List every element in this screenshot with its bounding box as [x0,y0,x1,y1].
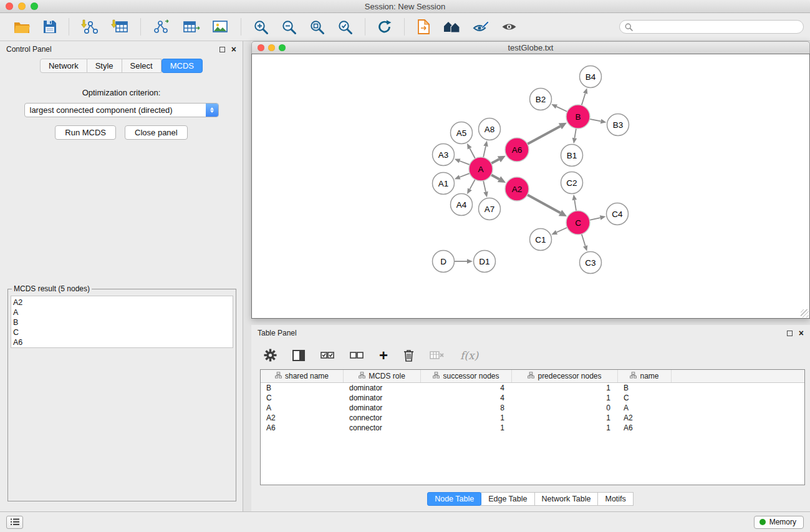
optimization-criterion-select[interactable]: largest connected component (directed) [24,103,219,117]
graph-node-C3[interactable]: C3 [580,252,602,274]
graph-edge-A-A8[interactable] [483,146,486,157]
delete-table-button[interactable] [428,349,446,361]
float-panel-icon[interactable] [787,331,793,336]
network-canvas[interactable]: B4B2BB3A5A8A6A3B1AA1C2A2A4A7C4CC1C3DD1 [251,54,810,319]
graph-node-C2[interactable]: C2 [561,172,583,194]
graph-edge-A-A2[interactable] [491,175,499,179]
close-window-button[interactable] [6,2,13,10]
graph-edge-A2-C[interactable] [528,195,561,213]
graph-edge-A-A7[interactable] [483,181,486,192]
table-row-B[interactable]: Bdominator41B [261,383,804,393]
column-header-successor-nodes[interactable]: successor nodes [421,370,512,382]
graph-edge-C-C2[interactable] [574,200,576,211]
column-header-name[interactable]: name [618,370,672,382]
graph-node-B3[interactable]: B3 [607,114,629,136]
zoom-selected-button[interactable] [335,17,355,37]
table-row-A6[interactable]: A6connector11A6 [261,423,804,433]
table-row-C[interactable]: Cdominator41C [261,393,804,403]
graph-edge-A-A3[interactable] [460,161,470,165]
import-table-button[interactable] [109,17,130,36]
mcds-result-item[interactable]: A6 [13,337,233,347]
search-input[interactable] [636,22,798,31]
column-header-predecessor-nodes[interactable]: predecessor nodes [512,370,618,382]
table-tab-node-table[interactable]: Node Table [427,492,481,506]
column-header-shared-name[interactable]: shared name [261,370,344,382]
graph-node-D1[interactable]: D1 [474,251,496,273]
graph-edge-A-A4[interactable] [470,180,475,190]
float-panel-icon[interactable] [219,47,225,52]
table-tab-edge-table[interactable]: Edge Table [481,492,534,506]
table-settings-button[interactable] [263,347,278,363]
export-network-button[interactable] [151,17,172,36]
delete-row-button[interactable] [402,348,415,363]
zoom-in-button[interactable] [251,17,271,37]
graph-node-A1[interactable]: A1 [433,173,455,195]
export-table-button[interactable] [181,17,202,36]
table-tab-network-table[interactable]: Network Table [534,492,599,506]
graph-node-B1[interactable]: B1 [561,145,583,167]
add-row-button[interactable]: + [378,348,389,363]
network-maximize-button[interactable] [279,44,286,51]
graph-node-A5[interactable]: A5 [451,122,473,144]
eye-button[interactable] [499,19,519,34]
graph-edge-B-B3[interactable] [590,119,601,122]
graph-node-A[interactable]: A [469,157,493,181]
insert-column-button[interactable] [291,349,306,362]
graph-edge-B-B2[interactable] [556,107,567,112]
graph-edge-A6-B[interactable] [528,126,561,144]
table-row-A2[interactable]: A2connector11A2 [261,413,804,423]
import-network-button[interactable] [79,17,100,36]
memory-button[interactable]: Memory [754,516,804,529]
control-tab-select[interactable]: Select [122,59,162,73]
zoom-out-button[interactable] [279,17,299,37]
mcds-result-item[interactable]: C [13,327,233,337]
open-document-button[interactable] [415,17,433,36]
minimize-window-button[interactable] [18,2,26,10]
close-panel-button[interactable]: Close panel [125,125,188,140]
task-history-button[interactable] [6,516,23,529]
graph-node-A3[interactable]: A3 [433,144,455,166]
select-all-button[interactable] [319,350,335,361]
graph-node-A4[interactable]: A4 [451,194,473,216]
graph-edge-A-A1[interactable] [460,173,470,177]
graph-edge-B-B4[interactable] [582,94,586,105]
resize-grip[interactable] [801,309,809,317]
export-image-button[interactable] [211,18,231,36]
graph-node-B4[interactable]: B4 [580,66,602,88]
run-mcds-button[interactable]: Run MCDS [55,125,116,140]
table-tab-motifs[interactable]: Motifs [597,492,633,506]
graph-edge-C-C4[interactable] [590,218,600,220]
control-tab-style[interactable]: Style [87,59,122,73]
graph-edge-A-A5[interactable] [470,148,475,159]
graph-node-A2[interactable]: A2 [505,177,529,201]
column-header-MCDS-role[interactable]: MCDS role [344,370,421,382]
mcds-result-item[interactable]: A2 [13,297,233,307]
home-button[interactable] [441,19,462,35]
control-tab-network[interactable]: Network [40,59,87,73]
mcds-result-item[interactable]: B [13,317,233,327]
graph-node-C[interactable]: C [566,211,590,235]
close-panel-icon[interactable]: × [231,46,236,52]
close-panel-icon[interactable]: × [799,330,804,336]
mcds-result-item[interactable]: A [13,307,233,317]
graph-node-A6[interactable]: A6 [505,138,529,162]
maximize-window-button[interactable] [31,2,38,10]
graph-node-C4[interactable]: C4 [607,203,629,225]
control-tab-mcds[interactable]: MCDS [162,59,203,73]
show-details-button[interactable] [471,18,491,36]
graph-edge-C-C1[interactable] [557,228,567,233]
table-row-A[interactable]: Adominator80A [261,403,804,413]
graph-edge-A-A6[interactable] [491,159,499,163]
graph-edge-B-B1[interactable] [574,128,576,138]
graph-node-D[interactable]: D [433,251,455,273]
graph-edge-C-C3[interactable] [582,234,586,246]
function-builder-button[interactable]: f(x) [459,348,480,363]
save-session-button[interactable] [41,18,59,36]
graph-node-A7[interactable]: A7 [479,198,501,220]
graph-node-A8[interactable]: A8 [479,118,501,140]
graph-node-C1[interactable]: C1 [530,229,552,251]
network-minimize-button[interactable] [268,44,275,51]
open-session-button[interactable] [12,19,32,36]
network-close-button[interactable] [258,44,264,51]
zoom-fit-button[interactable] [307,17,327,37]
